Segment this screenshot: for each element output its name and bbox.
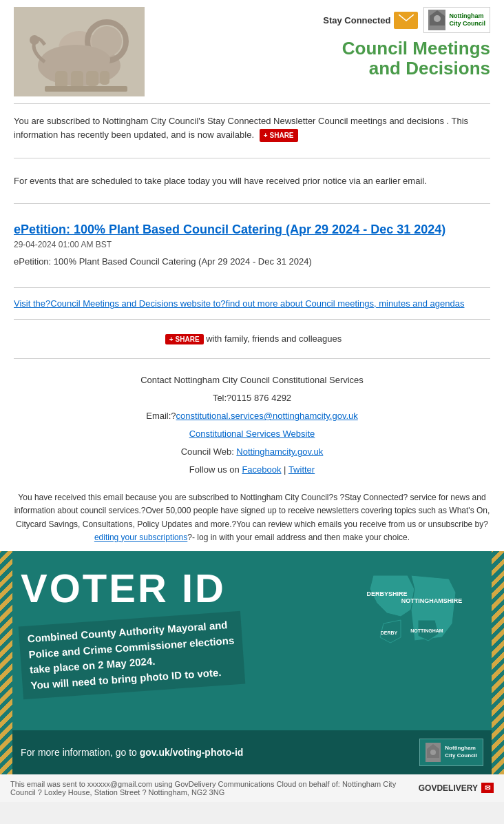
svg-rect-10 <box>45 86 127 92</box>
header-logo-right: Stay Connected <box>151 7 490 78</box>
stay-connected-bar: Stay Connected <box>165 7 490 33</box>
email-footer: This email was sent to xxxxxx@gmail.com … <box>0 774 504 802</box>
svg-text:NOTTINGHAM: NOTTINGHAM <box>410 628 443 633</box>
divider-1 <box>14 158 490 158</box>
contact-intro: Contact Nottingham City Council Constitu… <box>14 371 490 389</box>
envelope-icon <box>394 12 418 29</box>
constitutional-website-link[interactable]: Constitutional Services Website <box>189 429 315 439</box>
notice-section: For events that are scheduled to take pl… <box>0 165 504 197</box>
email-link[interactable]: constitutional.services@nottinghamcity.g… <box>176 411 358 421</box>
social-follow-line: Follow us on Facebook | Twitter <box>14 461 490 479</box>
header: Stay Connected <box>0 0 504 96</box>
svg-rect-8 <box>100 71 109 85</box>
lion-statue-image <box>14 7 145 96</box>
notice-text: For events that are scheduled to take pl… <box>14 174 490 188</box>
contact-tel: Tel:?0115 876 4292 <box>14 389 490 407</box>
contact-section: Contact Nottingham City Council Constitu… <box>0 366 504 484</box>
right-stripe <box>492 551 504 774</box>
svg-text:NOTTINGHAMSHIRE: NOTTINGHAMSHIRE <box>401 597 463 604</box>
voter-subtitle: Combined County Authority Mayoral and Po… <box>27 617 237 694</box>
svg-rect-16 <box>438 25 440 30</box>
svg-text:DERBYSHIRE: DERBYSHIRE <box>366 590 407 597</box>
divider-3 <box>14 287 490 288</box>
petition-date: 29-04-2024 01:00 AM BST <box>14 240 490 249</box>
petition-section: ePetition: 100% Plant Based Council Cate… <box>0 211 504 280</box>
voter-id-banner: VOTER ID Combined County Authority Mayor… <box>0 551 504 774</box>
edit-subscriptions-link[interactable]: editing your subscriptions <box>94 533 187 542</box>
header-logo-left <box>14 7 151 96</box>
divider-4 <box>14 319 490 320</box>
footer-text-section: You have received this email because you… <box>0 484 504 551</box>
email-footer-text: This email was sent to xxxxxx@gmail.com … <box>10 780 410 796</box>
voter-banner-content: VOTER ID Combined County Authority Mayor… <box>0 551 504 730</box>
petition-link[interactable]: ePetition: 100% Plant Based Council Cate… <box>14 223 490 237</box>
svg-rect-23 <box>430 758 432 761</box>
visit-council-link[interactable]: Visit the?Council Meetings and Decisions… <box>14 298 464 309</box>
council-web-link[interactable]: Nottinghamcity.gov.uk <box>236 446 323 457</box>
svg-rect-7 <box>86 71 98 86</box>
svg-point-4 <box>41 45 110 75</box>
council-meetings-title: Council Meetings and Decisions <box>165 39 490 78</box>
voter-footer-text: For more information, go to gov.uk/votin… <box>21 747 243 758</box>
voter-map-svg: DERBYSHIRE NOTTINGHAMSHIRE NOTTINGHAM DE… <box>346 568 483 706</box>
svg-rect-6 <box>71 71 83 88</box>
email-wrapper: Stay Connected <box>0 0 504 802</box>
govd-envelope-icon: ✉ <box>481 783 494 793</box>
header-divider <box>14 103 490 104</box>
visit-link-section: Visit the?Council Meetings and Decisions… <box>0 295 504 312</box>
svg-rect-15 <box>434 25 437 30</box>
voter-ncc-text: Nottingham City Council <box>445 745 477 759</box>
facebook-link[interactable]: Facebook <box>242 464 281 475</box>
constitutional-website-line: Constitutional Services Website <box>14 425 490 443</box>
share-button[interactable]: + SHARE <box>260 129 298 142</box>
footer-paragraph: You have received this email because you… <box>14 491 490 544</box>
contact-email: Email:?constitutional.services@nottingha… <box>14 407 490 425</box>
svg-rect-24 <box>434 758 436 761</box>
voter-banner-footer: For more information, go to gov.uk/votin… <box>0 730 504 774</box>
council-web-line: Council Web: Nottinghamcity.gov.uk <box>14 443 490 461</box>
govdelivery-logo: GOVDELIVERY ✉ <box>419 783 494 793</box>
voter-id-title: VOTER ID <box>21 568 332 608</box>
share-section: + SHARE with family, friends and colleag… <box>0 327 504 351</box>
voter-banner-left: VOTER ID Combined County Authority Mayor… <box>21 568 332 692</box>
ncc-crest-icon <box>428 10 445 30</box>
svg-point-14 <box>434 15 441 22</box>
voter-map-container: DERBYSHIRE NOTTINGHAMSHIRE NOTTINGHAM DE… <box>346 568 483 708</box>
divider-5 <box>14 358 490 359</box>
voter-subtitle-box: Combined County Authority Mayoral and Po… <box>19 611 246 699</box>
voter-subtitle-block: Combined County Authority Mayoral and Po… <box>21 619 332 692</box>
voter-ncc-logo: Nottingham City Council <box>419 739 483 766</box>
divider-2 <box>14 203 490 204</box>
share-icon: + <box>264 130 268 141</box>
share-icon-2: + <box>169 336 174 343</box>
ncc-logo: Nottingham City Council <box>423 7 490 33</box>
share-section-text: with family, friends and colleagues <box>206 333 342 344</box>
svg-text:DERBY: DERBY <box>381 630 398 635</box>
svg-point-9 <box>30 35 39 45</box>
svg-rect-5 <box>55 71 67 88</box>
svg-point-22 <box>430 750 436 755</box>
subscribed-section: You are subscribed to Nottingham City Co… <box>0 111 504 151</box>
stay-connected-text: Stay Connected <box>323 15 390 25</box>
ncc-text: Nottingham City Council <box>449 12 485 28</box>
share-button-2[interactable]: + SHARE <box>165 334 204 344</box>
voter-ncc-crest <box>426 743 441 762</box>
subscribed-text: You are subscribed to Nottingham City Co… <box>14 114 490 142</box>
twitter-link[interactable]: Twitter <box>288 464 315 475</box>
left-stripe <box>0 551 12 774</box>
petition-body: ePetition: 100% Plant Based Council Cate… <box>14 256 490 267</box>
